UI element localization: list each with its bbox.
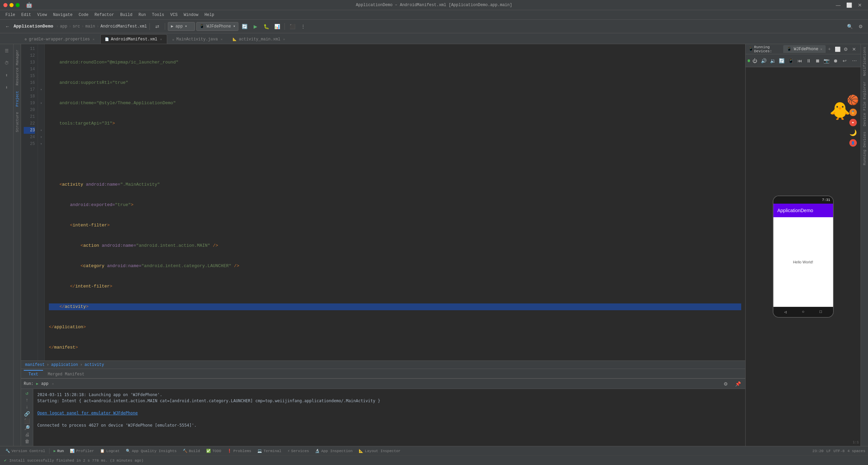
maximize-button[interactable]: [16, 3, 20, 7]
status-profiler[interactable]: 📊 Profiler: [67, 448, 97, 454]
sidebar-recent-btn[interactable]: ⏱: [1, 58, 12, 69]
breadcrumb-manifest[interactable]: manifest: [25, 362, 45, 367]
minimize-button[interactable]: [9, 3, 14, 7]
vert-label-resource-manager[interactable]: Resource Manager: [14, 47, 20, 88]
run-scroll-down-btn[interactable]: ↓: [22, 404, 32, 410]
toolbar-nav-arrows[interactable]: ⇄: [153, 22, 162, 31]
vert-label-structure[interactable]: Structure: [14, 109, 20, 135]
status-build[interactable]: 🔨 Build: [180, 448, 203, 454]
fold-btn-22[interactable]: [39, 120, 44, 127]
code-content[interactable]: android:roundIcon="@mipmap/ic_launcher_r…: [45, 44, 745, 360]
device-more-btn[interactable]: ⋯: [851, 56, 859, 66]
menu-file[interactable]: File: [3, 12, 18, 18]
device-nav-back-btn[interactable]: ↩: [841, 56, 848, 66]
status-terminal[interactable]: 💻 Terminal: [255, 448, 284, 454]
fold-btn-14[interactable]: [39, 66, 44, 73]
vert-label-notifications[interactable]: Notifications: [862, 44, 868, 79]
run-logcat-link[interactable]: Open logcat panel for emulator WJFdePhon…: [37, 411, 138, 415]
device-vol-up-btn[interactable]: 🔊: [760, 56, 768, 66]
run-attach-btn[interactable]: 🔗: [22, 411, 32, 417]
bottom-tab-text[interactable]: Text: [24, 370, 43, 378]
toolbar-more-btn[interactable]: ⋮: [298, 22, 308, 31]
toolbar-profile-btn[interactable]: 📊: [272, 22, 282, 31]
tab-activitymain[interactable]: 📐 activity_main.xml ✕: [228, 34, 290, 44]
restore-btn[interactable]: ⬜: [844, 0, 854, 10]
tab-mainactivity-close[interactable]: ✕: [220, 37, 223, 42]
bottom-tab-merged[interactable]: Merged Manifest: [43, 370, 89, 378]
fold-btn-17[interactable]: ▾: [39, 86, 44, 93]
status-todo[interactable]: ✅ TODO: [203, 448, 224, 454]
menu-run[interactable]: Run: [136, 12, 149, 18]
minimize-btn[interactable]: —: [833, 0, 843, 10]
nav-recent-btn[interactable]: □: [820, 310, 822, 314]
status-version-control[interactable]: 🔧 Version Control: [3, 448, 48, 454]
menu-code[interactable]: Code: [76, 12, 91, 18]
run-config-dropdown[interactable]: ▶ app ▾: [168, 22, 195, 31]
sidebar-collapse-btn[interactable]: ⬇: [1, 82, 12, 93]
menu-tools[interactable]: Tools: [149, 12, 167, 18]
code-area[interactable]: 11 12 13 14 15 16 17 18 19 20 21 22: [21, 44, 745, 360]
close-button[interactable]: [3, 3, 7, 7]
toolbar-back-btn[interactable]: ←: [3, 22, 12, 31]
tab-mainactivity[interactable]: ☕ MainActivity.java ✕: [168, 34, 228, 44]
toolbar-search-btn[interactable]: 🔍: [845, 22, 854, 31]
device-power-btn[interactable]: ⏻: [751, 56, 759, 66]
vert-label-device-file-explorer[interactable]: Device File Explorer: [862, 79, 868, 129]
run-print-btn[interactable]: 🖨: [22, 432, 32, 438]
device-tab-close[interactable]: ✕: [820, 47, 822, 51]
breadcrumb-activity[interactable]: activity: [84, 362, 104, 367]
close-btn[interactable]: ✕: [855, 0, 865, 10]
run-panel-close[interactable]: ✕: [51, 382, 55, 386]
vert-label-running-devices[interactable]: Running Devices: [862, 129, 868, 168]
tab-gradle-close[interactable]: ✕: [92, 37, 95, 42]
run-log-link[interactable]: Open logcat panel for emulator WJFdePhon…: [37, 410, 741, 416]
menu-navigate[interactable]: Navigate: [50, 12, 75, 18]
fold-btn-25[interactable]: ▾: [39, 141, 44, 147]
fold-btn-21[interactable]: [39, 113, 44, 120]
tab-activitymain-close[interactable]: ✕: [282, 37, 286, 42]
fold-btn-18[interactable]: [39, 93, 44, 100]
run-scroll-up-btn[interactable]: ↑: [22, 397, 32, 403]
device-expand-btn[interactable]: ⬜: [834, 44, 841, 54]
menu-window[interactable]: Window: [181, 12, 201, 18]
nav-back-btn[interactable]: ◁: [784, 310, 787, 315]
tab-gradle[interactable]: ⚙ gradle-wrapper.properties ✕: [20, 34, 100, 44]
status-logcat[interactable]: 📋 Logcat: [97, 448, 122, 454]
status-problems[interactable]: ❗ Problems: [224, 448, 254, 454]
status-app-inspection[interactable]: 🔬 App Inspection: [312, 448, 355, 454]
run-stop-btn[interactable]: ⬛: [22, 418, 32, 424]
fold-btn-23[interactable]: ▾: [39, 127, 44, 134]
run-trash-btn[interactable]: 🗑: [22, 439, 32, 445]
fold-btn-16[interactable]: [39, 79, 44, 86]
sidebar-toggle-btn[interactable]: ☰: [1, 45, 12, 56]
status-run[interactable]: ▶ Run: [51, 448, 66, 454]
add-device-btn[interactable]: +: [826, 45, 832, 53]
device-tab-wjfdephone[interactable]: 📱 WJFdePhone ✕: [783, 45, 826, 53]
run-filter-btn[interactable]: 🔎: [22, 425, 32, 431]
nav-home-btn[interactable]: ○: [802, 310, 804, 314]
tab-manifest-close[interactable]: ✕: [159, 37, 163, 42]
device-prev-btn[interactable]: ⏮: [796, 56, 804, 66]
breadcrumb-application[interactable]: application: [51, 362, 78, 367]
device-pause-btn[interactable]: ⏸: [805, 56, 812, 66]
device-stop-btn[interactable]: ⏹: [814, 56, 822, 66]
toolbar-sync-btn[interactable]: 🔄: [240, 22, 249, 31]
menu-edit[interactable]: Edit: [19, 12, 34, 18]
device-vol-down-btn[interactable]: 🔉: [769, 56, 777, 66]
menu-help[interactable]: Help: [202, 12, 217, 18]
toolbar-stop-btn[interactable]: ⬛: [288, 22, 297, 31]
run-rerun-btn[interactable]: ↺: [22, 390, 32, 396]
device-dropdown[interactable]: 📱 WJFdePhone ▾: [196, 22, 238, 31]
run-panel-pin-btn[interactable]: 📌: [733, 379, 743, 389]
toolbar-debug-btn[interactable]: 🐛: [261, 22, 271, 31]
status-app-quality[interactable]: 🔍 App Quality Insights: [123, 448, 179, 454]
fold-btn-20[interactable]: [39, 107, 44, 113]
menu-build[interactable]: Build: [117, 12, 135, 18]
menu-vcs[interactable]: VCS: [167, 12, 180, 18]
device-close-btn[interactable]: ✕: [850, 44, 858, 54]
menu-view[interactable]: View: [35, 12, 50, 18]
fold-btn-11[interactable]: [39, 45, 44, 52]
tab-manifest[interactable]: 📄 AndroidManifest.xml ✕: [100, 34, 167, 44]
toolbar-settings-btn[interactable]: ⚙: [856, 22, 865, 31]
status-layout-inspector[interactable]: 📐 Layout Inspector: [356, 448, 403, 454]
